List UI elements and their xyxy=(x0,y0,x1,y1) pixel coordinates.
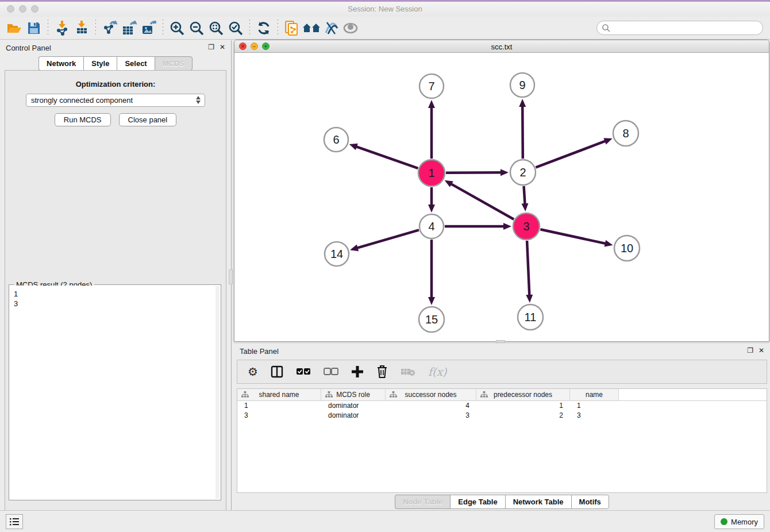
tab-network[interactable]: Network xyxy=(38,56,83,71)
memory-button[interactable]: Memory xyxy=(714,514,764,529)
zoom-fit-button[interactable] xyxy=(206,19,226,37)
add-row-icon[interactable] xyxy=(351,365,364,378)
tab-select[interactable]: Select xyxy=(117,56,154,71)
zoom-out-button[interactable] xyxy=(187,19,206,37)
close-panel-button[interactable]: Close panel xyxy=(119,113,177,126)
table-cell[interactable]: 1 xyxy=(476,401,570,411)
graph-edge-1-6[interactable] xyxy=(356,147,418,168)
table-cell[interactable]: 3 xyxy=(237,411,321,421)
zoom-in-icon xyxy=(170,21,184,36)
window-title: Session: New Session xyxy=(0,5,770,13)
function-builder-icon: f(x) xyxy=(428,365,447,378)
float-table-panel-icon[interactable]: ❐ xyxy=(747,347,753,354)
hierarchy-icon xyxy=(480,391,488,398)
tab-mcds[interactable]: MCDS xyxy=(155,56,192,71)
task-history-button[interactable] xyxy=(6,514,23,529)
table-cell[interactable]: dominator xyxy=(321,401,386,411)
column-header-name[interactable]: name xyxy=(570,389,619,400)
close-panel-icon[interactable]: ✕ xyxy=(220,44,225,51)
tab-edge-table[interactable]: Edge Table xyxy=(450,495,505,509)
export-image-button[interactable] xyxy=(139,19,159,37)
close-table-panel-icon[interactable]: ✕ xyxy=(759,347,764,354)
graph-edge-3-11[interactable] xyxy=(527,241,529,296)
import-table-button[interactable] xyxy=(72,19,91,37)
statusbar: Memory xyxy=(0,510,770,532)
graph-node-label: 6 xyxy=(333,133,339,146)
delete-row-icon[interactable] xyxy=(376,365,388,379)
first-neighbors-button[interactable] xyxy=(302,19,321,37)
select-all-icon[interactable] xyxy=(296,368,311,376)
open-session-button[interactable] xyxy=(5,19,24,37)
table-row[interactable]: 3dominator323 xyxy=(237,411,767,421)
vertical-splitter-handle[interactable] xyxy=(229,269,233,284)
show-all-button[interactable] xyxy=(341,19,360,37)
graph-edge-2-8[interactable] xyxy=(536,141,606,167)
table-toolbar: ⚙ f(x) xyxy=(237,360,767,384)
search-input[interactable] xyxy=(596,21,763,35)
export-network-button[interactable] xyxy=(100,19,120,37)
network-canvas[interactable]: 1234678910111415 xyxy=(234,53,769,341)
main-toolbar xyxy=(0,17,770,40)
optimization-criterion-label: Optimization criterion: xyxy=(5,80,226,88)
column-header-predecessor-nodes[interactable]: predecessor nodes xyxy=(476,389,570,400)
titlebar: Session: New Session xyxy=(0,2,770,17)
table-cell[interactable]: 3 xyxy=(570,411,619,421)
save-session-button[interactable] xyxy=(24,19,44,37)
refresh-layout-button[interactable] xyxy=(254,19,274,37)
table-panel-title: Table Panel xyxy=(240,347,279,356)
tab-network-table[interactable]: Network Table xyxy=(505,495,571,509)
toolbar-separator xyxy=(249,20,250,37)
table-body: 1dominator4113dominator323 xyxy=(237,401,767,421)
graph-edge-4-14[interactable] xyxy=(357,230,419,248)
network-graph[interactable]: 1234678910111415 xyxy=(234,53,769,341)
toolbar-separator xyxy=(163,20,163,37)
export-table-icon xyxy=(122,21,137,36)
open-folder-icon xyxy=(7,22,22,34)
graph-edge-3-10[interactable] xyxy=(540,229,606,244)
zoom-selected-icon xyxy=(228,21,243,36)
float-panel-icon[interactable]: ❐ xyxy=(208,44,214,51)
graph-node-label: 10 xyxy=(621,242,633,255)
table-cell[interactable]: 1 xyxy=(570,401,619,411)
export-table-button[interactable] xyxy=(120,19,139,37)
new-network-from-selection-button[interactable] xyxy=(282,19,302,37)
table-cell[interactable]: 1 xyxy=(237,401,321,411)
table-cell[interactable]: 3 xyxy=(386,411,476,421)
graph-edge-2-9[interactable] xyxy=(522,106,523,159)
graph-edge-1-2[interactable] xyxy=(446,172,502,173)
tab-motifs[interactable]: Motifs xyxy=(571,495,609,509)
clear-selection-icon[interactable] xyxy=(324,368,338,376)
column-header-successor-nodes[interactable]: successor nodes xyxy=(386,389,476,400)
refresh-icon xyxy=(256,21,271,36)
run-mcds-button[interactable]: Run MCDS xyxy=(55,113,111,126)
result-scrollbar[interactable] xyxy=(215,286,220,499)
table-cell[interactable]: dominator xyxy=(321,411,386,421)
hierarchy-icon xyxy=(241,391,249,398)
network-window-titlebar[interactable]: ✕ − + scc.txt xyxy=(234,40,769,53)
column-header-shared-name[interactable]: shared name xyxy=(237,389,321,400)
tab-node-table[interactable]: Node Table xyxy=(395,495,450,509)
table-settings-icon[interactable]: ⚙ xyxy=(248,365,258,379)
graph-edge-arrowhead xyxy=(605,240,613,247)
table-cell[interactable]: 4 xyxy=(386,401,476,411)
network-splitter-handle[interactable] xyxy=(496,340,505,343)
table-row[interactable]: 1dominator411 xyxy=(237,401,767,411)
criterion-select[interactable]: strongly connected component xyxy=(26,94,205,107)
graph-node-label: 8 xyxy=(622,127,629,140)
import-network-button[interactable] xyxy=(52,19,72,37)
hierarchy-icon xyxy=(325,391,333,398)
table-panel: Table Panel ❐ ✕ ⚙ f(x) shared name xyxy=(234,344,770,512)
toggle-columns-icon[interactable] xyxy=(271,365,283,378)
list-icon xyxy=(9,518,20,526)
zoom-in-button[interactable] xyxy=(167,19,187,37)
zoom-selected-button[interactable] xyxy=(226,19,245,37)
graph-edge-3-1[interactable] xyxy=(451,184,514,219)
eye-icon xyxy=(342,22,359,34)
table-cell[interactable]: 2 xyxy=(476,411,570,421)
graph-edge-2-3[interactable] xyxy=(524,186,525,205)
memory-label: Memory xyxy=(731,518,758,526)
hide-selected-button[interactable] xyxy=(321,19,341,37)
column-header-mcds-role[interactable]: MCDS role xyxy=(321,389,386,400)
tab-style[interactable]: Style xyxy=(83,56,117,71)
mcds-result-text[interactable]: 1 3 xyxy=(10,286,220,499)
